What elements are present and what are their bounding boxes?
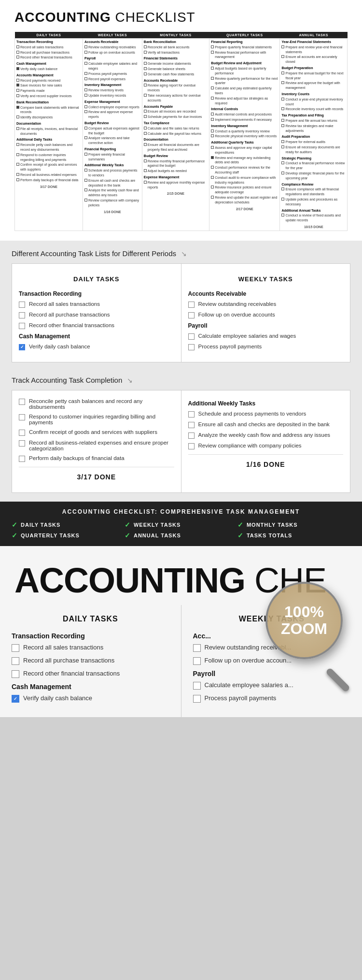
check-daily-icon: ✓: [12, 521, 18, 529]
section1-overview: ACCOUNTING CHECKLIST DAILY TASKS WEEKLY …: [0, 0, 362, 241]
col-annual: ANNUAL TASKS: [280, 32, 348, 39]
weekly-additional-col: Additional Weekly Tasks Schedule and pro…: [181, 390, 350, 492]
annual-inv-header: Inventory Counts: [281, 92, 346, 97]
quarterly-addl-header: Additional Quarterly Tasks: [211, 140, 278, 145]
checkbox-record-other[interactable]: [19, 323, 25, 329]
annual-ye-header: Year-End Financial Statements: [281, 40, 346, 44]
checkbox-review-receivables[interactable]: [188, 302, 195, 308]
zoom-daily-col: DAILY TASKS Transaction Recording Record…: [0, 605, 181, 717]
zoom-checkbox-sales[interactable]: [12, 644, 19, 652]
task-record-other: Record other financial transactions: [19, 322, 174, 329]
checkbox-calc-salaries[interactable]: [188, 333, 195, 340]
check-quarterly-icon: ✓: [12, 532, 18, 539]
col-quarterly: QUARTERLY TASKS: [209, 32, 280, 39]
checkbox-schedule-payments[interactable]: [188, 411, 195, 418]
checkbox-review-compliance[interactable]: [188, 443, 195, 449]
task-ensure-deposited: Ensure all cash and checks are deposited…: [188, 421, 344, 428]
zoom-checkbox-overdue[interactable]: [193, 657, 201, 665]
col-daily: DAILY TASKS: [15, 32, 83, 39]
checkbox-verify-cash[interactable]: [19, 344, 25, 350]
arrow2-icon: ↘: [127, 376, 133, 384]
daily-col-header: DAILY TASKS: [19, 272, 174, 288]
monthly-tax-header: Tax Compliance: [144, 121, 208, 126]
monthly-col: Bank Reconciliation Reconcile all bank a…: [142, 39, 209, 231]
weekly-fin-header: Financial Reporting: [84, 147, 140, 152]
task-verify-cash: Verify daily cash balance: [19, 344, 174, 350]
zoom-checkbox-salaries[interactable]: [193, 682, 201, 690]
task-record-purchase-label: Record all purchase transactions: [29, 312, 110, 317]
checkbox-reconcile-petty[interactable]: [19, 399, 25, 405]
daily-cash-header: Cash Management: [16, 61, 81, 66]
weekly-payroll-header: Payroll: [84, 56, 140, 61]
task-record-sales: Record all sales transactions: [19, 301, 174, 308]
annual-done: 10/15 DONE: [281, 223, 346, 230]
zoom-task-cash: Verify daily cash balance: [12, 694, 169, 703]
daily-col-box: DAILY TASKS Transaction Recording Record…: [12, 264, 181, 362]
checkbox-record-purchase[interactable]: [19, 312, 25, 318]
monthly-ap-header: Accounts Payable: [144, 104, 208, 109]
task-daily-backups-label: Perform daily backups of financial data: [29, 455, 125, 461]
zoom-task-overdue-label: Follow up on overdue accoun...: [205, 657, 292, 664]
checkbox-daily-backups[interactable]: [19, 456, 25, 462]
feature-quarterly-label: QUARTERLY TASKS: [21, 533, 80, 538]
feature-annual-label: ANNUAL TASKS: [134, 533, 181, 538]
zoom-task-payroll: Process payroll payments: [193, 694, 351, 703]
arrow-icon: ↘: [181, 250, 187, 258]
zoom-checkbox-other[interactable]: [12, 670, 19, 678]
checkbox-analyze-cashflow[interactable]: [188, 432, 195, 439]
monthly-ar-header: Accounts Receivable: [144, 78, 208, 83]
zoom-cash-title: Cash Management: [12, 683, 169, 691]
quarterly-budget-header: Budget Review and Adjustment: [211, 61, 278, 66]
task-review-receivables-label: Review outstanding receivables: [198, 301, 277, 307]
daily-addl-header: Additional Daily Tasks: [16, 137, 81, 142]
feature-daily: ✓ DAILY TASKS: [12, 521, 125, 529]
checkbox-process-payroll[interactable]: [188, 344, 195, 350]
checkbox-followup-overdue[interactable]: [188, 312, 195, 318]
zoom-checkbox-payroll[interactable]: [193, 695, 201, 703]
checkbox-confirm-receipt[interactable]: [19, 430, 25, 436]
task-process-payroll: Process payroll payments: [188, 344, 344, 350]
section2-periods: Different Accounting Task Lists for Diff…: [0, 241, 362, 371]
weekly-addl-header: Additional Weekly Tasks: [84, 163, 140, 168]
feature-grid: ✓ DAILY TASKS ✓ WEEKLY TASKS ✓ MONTHLY T…: [12, 521, 350, 539]
zoom-task-payroll-label: Process payroll payments: [205, 694, 277, 702]
daily-done-bar: 3/17 DONE: [19, 467, 174, 485]
checkbox-record-sales[interactable]: [19, 302, 25, 308]
task-followup-overdue-label: Follow up on overdue accounts: [198, 312, 275, 317]
task-ensure-deposited-label: Ensure all cash and checks are deposited…: [198, 421, 330, 427]
feature-monthly: ✓ MONTHLY TASKS: [237, 521, 350, 529]
feature-weekly: ✓ WEEKLY TASKS: [125, 521, 237, 529]
monthly-doc-header: Documentation: [144, 137, 208, 142]
annual-addl-header: Additional Annual Tasks: [281, 208, 346, 213]
track-completion-box: Reconcile petty cash balances and record…: [12, 390, 350, 493]
task-schedule-payments: Schedule and process payments to vendors: [188, 411, 344, 418]
quarterly-done: 2/17 DONE: [211, 205, 278, 212]
zoom-task-purchase-label: Record all purchase transactions: [23, 657, 114, 664]
check-monthly-icon: ✓: [237, 521, 244, 529]
annual-budget-header: Budget Preparation: [281, 66, 346, 71]
zoom-checkbox-cash[interactable]: [12, 695, 19, 703]
checkbox-record-expenses[interactable]: [19, 440, 25, 447]
weekly-col-header: WEEKLY TASKS: [188, 272, 344, 288]
daily-done: 3/17 DONE: [16, 183, 81, 189]
task-record-expenses-label: Record all business-related expenses and…: [29, 440, 174, 451]
section2-title: Different Accounting Task Lists for Diff…: [12, 249, 350, 258]
weekly-done: 1/16 DONE: [84, 208, 140, 215]
task-calc-salaries-label: Calculate employee salaries and wages: [198, 333, 296, 339]
task-daily-backups: Perform daily backups of financial data: [19, 455, 174, 462]
zoom-task-purchase: Record all purchase transactions: [12, 657, 169, 665]
zoom-checkbox-purchase[interactable]: [12, 657, 19, 665]
zoom-task-other-label: Record other financial transactions: [23, 670, 120, 677]
annual-col: Year-End Financial Statements Prepare an…: [280, 39, 348, 231]
zoom-checkbox-receivables[interactable]: [193, 644, 201, 652]
task-analyze-cashflow: Analyze the weekly cash flow and address…: [188, 432, 344, 439]
annual-strat-header: Strategic Planning: [281, 156, 346, 161]
zoom-daily-header: DAILY TASKS: [12, 615, 169, 630]
task-record-other-label: Record other financial transactions: [29, 322, 114, 328]
monthly-done: 2/15 DONE: [144, 190, 208, 196]
weekly-payroll-title: Payroll: [188, 322, 344, 329]
task-respond-customer-label: Respond to customer inquiries regarding …: [29, 414, 174, 425]
checkbox-respond-customer[interactable]: [19, 414, 25, 420]
checkbox-ensure-deposited[interactable]: [188, 422, 195, 428]
zoom-task-salaries-label: Calculate employee salaries a...: [205, 681, 293, 689]
